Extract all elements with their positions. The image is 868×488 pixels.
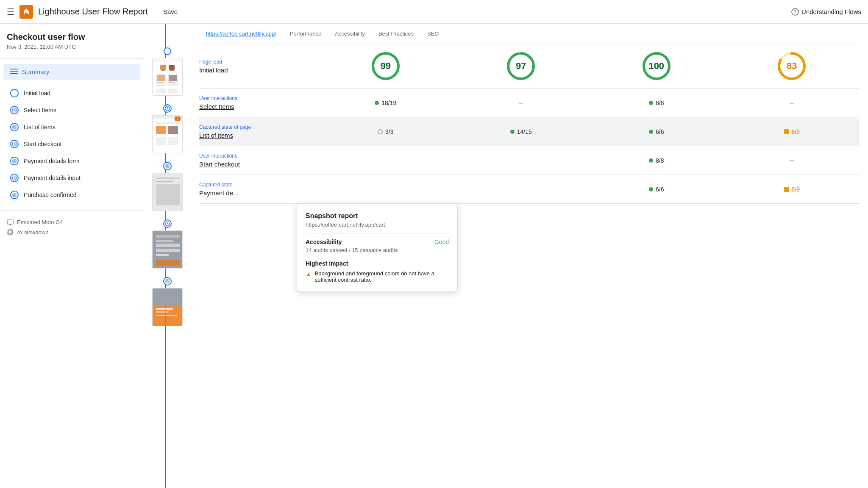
content-area: 1 [144,24,868,488]
summary-icon [10,68,18,75]
timeline-thumb-1[interactable] [152,58,183,96]
badge-14-15: 14/15 [510,128,532,135]
svg-rect-79 [156,308,173,310]
score-col-seo-1: 83 [724,51,860,81]
tab-performance[interactable]: Performance [283,24,328,44]
score-values-2: 18/19 – 8/8 [318,98,860,107]
svg-rect-39 [169,65,175,70]
tooltip-accessibility-header: Accessibility Good [306,238,449,245]
svg-point-61 [167,165,168,167]
svg-rect-36 [153,58,183,62]
tab-accessibility[interactable]: Accessibility [328,24,372,44]
score-circle-97: 97 [506,51,536,81]
svg-line-12 [14,144,16,145]
score-value-99: 99 [381,61,391,72]
dot-green-2 [649,101,653,105]
svg-rect-52 [153,116,183,153]
sidebar-item-purchase-confirmed[interactable]: Purchase confirmed [0,186,144,203]
svg-rect-64 [156,181,173,182]
tab-best-practices[interactable]: Best Practices [372,24,420,44]
score-values-3: 3/3 14/15 [318,128,860,135]
score-value-97: 97 [516,61,526,72]
help-icon: ? [791,8,799,16]
svg-rect-75 [156,260,180,266]
section-name-4[interactable]: Start checkout [199,161,318,168]
menu-icon[interactable]: ☰ [7,7,14,17]
timeline-thumb-2[interactable]: 1 [152,115,183,153]
tooltip-accessibility-desc: 14 audits passed / 15 passable audits [306,247,449,253]
svg-point-17 [14,194,15,196]
flow-date: Nov 3, 2021, 12:00 AM UTC [7,44,137,50]
dot-green-1 [375,101,379,105]
timeline-thumb-5[interactable] [152,288,183,326]
badge-8-8-1: 8/8 [649,100,664,106]
section-name-2[interactable]: Select Items [199,103,318,110]
timeline-thumb-4[interactable] [152,230,183,269]
step-icon-snapshot [10,191,19,199]
square-orange [784,129,789,134]
sidebar-divider [0,58,144,59]
score-row-initial-load: Page load Initial load 99 [199,51,860,81]
timeline-thumb-3[interactable] [152,173,183,211]
svg-rect-0 [25,13,28,14]
summary-nav-item[interactable]: Summary [3,64,140,80]
save-button[interactable]: Save [163,8,178,15]
score-section-start-checkout: User interactions Start checkout 8/8 [199,146,860,175]
badge-value-6-9-1: 6/9 [792,128,800,135]
svg-rect-54 [156,122,180,124]
score-label-col-5: Captured state Payment de... [199,182,318,197]
tooltip-overlay: Snapshot report https://coffee-cart.netl… [297,203,458,292]
tooltip-accessibility-label: Accessibility [306,238,342,245]
tab-url[interactable]: https://coffee-cart.netlify.app/ [199,24,283,44]
sidebar-item-start-checkout[interactable]: Start checkout [0,136,144,152]
tab-seo[interactable]: SEO [420,24,445,44]
score-section-initial-load: Page load Initial load 99 [199,44,860,89]
score-label-col-4: User interactions Start checkout [199,153,318,168]
score-col-seo-2: – [724,98,860,107]
warning-icon: ▲ [306,271,312,277]
device-label: Emulated Moto G4 [17,219,63,225]
score-col-perf-2: 18/19 [318,98,453,107]
score-col-seo-4: – [724,156,860,165]
sidebar-item-payment-details-input[interactable]: Payment details input [0,169,144,186]
step-label: List of items [24,124,56,130]
step-label: Payment details form [24,158,80,164]
section-name-5[interactable]: Payment de... [199,189,318,197]
score-col-perf-1: 99 [318,51,453,81]
svg-rect-57 [156,137,166,145]
section-name-3[interactable]: List of items [199,132,318,139]
badge-6-9-2: 6/9 [784,186,800,193]
tooltip-impact-item-1: ▲ Background and foreground colors do no… [306,270,449,283]
score-row-select-items: User interactions Select Items 18/19 [199,95,860,110]
tooltip-impact-text-1: Background and foreground colors do not … [315,270,449,283]
app-title: Lighthouse User Flow Report [38,7,148,17]
svg-line-68 [167,224,169,225]
svg-rect-42 [157,75,165,81]
sidebar-item-initial-load[interactable]: Initial load [0,85,144,102]
sidebar: Checkout user flow Nov 3, 2021, 12:00 AM… [0,24,144,488]
svg-point-13 [14,160,15,162]
timeline-item-4 [152,219,183,277]
understanding-flows-link[interactable]: ? Understanding Flows [791,8,861,16]
score-col-seo-3: 6/9 [724,128,860,135]
section-type-5: Captured state [199,182,318,188]
score-col-acc-1: 97 [453,51,589,81]
step-icon-circle [10,89,19,97]
svg-rect-40 [170,70,174,71]
section-name-1[interactable]: Initial load [199,67,318,74]
sidebar-item-select-items[interactable]: Select Items [0,102,144,119]
badge-value-6-6-1: 6/6 [656,128,664,135]
badge-6-6-1: 6/6 [649,128,664,135]
timeline-dot-2 [163,104,172,113]
svg-rect-74 [156,254,169,256]
dash-seo-4: – [790,156,794,165]
svg-rect-71 [156,240,173,242]
sidebar-item-list-of-items[interactable]: List of items [0,119,144,136]
timeline-item-5 [152,277,183,335]
score-tabs: https://coffee-cart.netlify.app/ Perform… [199,24,860,44]
cpu-icon [7,229,14,236]
svg-line-51 [167,108,169,109]
score-row-list-of-items: Captured state of page List of items 3/3 [199,124,860,139]
sidebar-item-payment-details-form[interactable]: Payment details form [0,152,144,169]
score-col-perf-4 [318,156,453,165]
